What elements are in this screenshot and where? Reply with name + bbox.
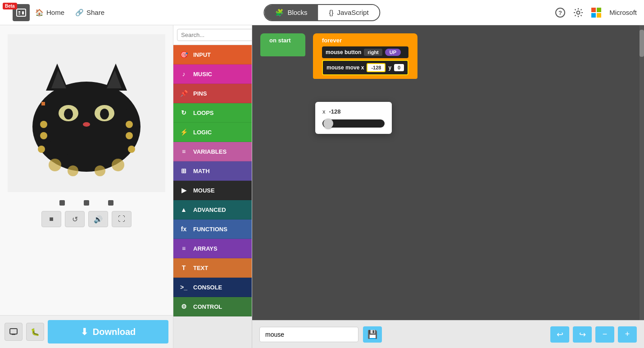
block-on-start[interactable]: on start — [260, 33, 305, 56]
mouse-button-label: mouse button — [326, 49, 361, 55]
zoom-out-icon: − — [603, 330, 608, 339]
category-item-mouse[interactable]: ▶ MOUSE — [173, 181, 252, 200]
slider-thumb[interactable] — [323, 119, 333, 128]
cat-avatar — [19, 46, 154, 181]
svg-point-15 — [64, 109, 73, 119]
category-label-logic: LOGIC — [193, 129, 212, 136]
home-label: Home — [46, 9, 64, 16]
redo-button[interactable]: ↪ — [573, 326, 592, 343]
sim-dot-3 — [108, 200, 113, 206]
category-icon-loops: ↻ — [179, 108, 189, 118]
sim-dots — [59, 200, 113, 206]
category-label-text: TEXT — [193, 265, 208, 271]
canvas-actions: ↩ ↪ − + — [550, 326, 637, 343]
slider-x-label: x — [322, 108, 326, 115]
save-button[interactable]: 💾 — [363, 326, 382, 343]
blocks-tab[interactable]: 🧩 Blocks — [264, 5, 318, 20]
svg-rect-1 — [18, 11, 20, 13]
microsoft-logo — [591, 8, 601, 18]
pair-button[interactable] — [5, 323, 23, 341]
navbar: Beta 🏠 Home 🔗 Share 🧩 Blocks {} JavaScri… — [0, 0, 644, 25]
category-item-variables[interactable]: ≡ VARIABLES — [173, 142, 252, 161]
right-badge: right — [364, 49, 382, 56]
sim-dot-2 — [84, 200, 89, 206]
download-button[interactable]: ⬇ Download — [48, 320, 168, 343]
category-item-logic[interactable]: ⚡ LOGIC — [173, 123, 252, 142]
simulator-panel: ■ ↺ 🔊 ⛶ 🐛 ⬇ Download — [0, 25, 173, 348]
category-item-advanced[interactable]: ▲ ADVANCED — [173, 200, 252, 220]
category-item-math[interactable]: ⊞ MATH — [173, 161, 252, 181]
search-input[interactable] — [177, 29, 252, 41]
category-item-text[interactable]: T TEXT — [173, 258, 252, 278]
category-icon-advanced: ▲ — [179, 205, 189, 215]
slider-track[interactable] — [322, 119, 385, 128]
category-icon-variables: ≡ — [179, 147, 189, 156]
share-label: Share — [86, 9, 104, 16]
sim-dot-1 — [59, 200, 65, 206]
category-icon-pins: 📌 — [179, 88, 189, 98]
category-item-pins[interactable]: 📌 PINS — [173, 84, 252, 103]
redo-icon: ↪ — [579, 330, 586, 339]
y-value-badge[interactable]: 0 — [394, 64, 404, 71]
category-item-music[interactable]: ♪ MUSIC — [173, 64, 252, 84]
zoom-out-button[interactable]: − — [595, 326, 614, 343]
category-item-input[interactable]: 🎯 INPUT — [173, 45, 252, 64]
svg-point-16 — [100, 109, 109, 119]
category-item-functions[interactable]: fx FUNCTIONS — [173, 220, 252, 239]
sound-button[interactable]: 🔊 — [88, 211, 108, 227]
main-area: ■ ↺ 🔊 ⛶ 🐛 ⬇ Download 🔍 — [0, 25, 644, 348]
category-label-music: MUSIC — [193, 71, 212, 78]
filename-input[interactable] — [259, 327, 358, 342]
svg-point-27 — [112, 159, 124, 171]
x-value-badge[interactable]: -128 — [367, 63, 385, 72]
settings-button[interactable] — [573, 8, 583, 18]
share-nav[interactable]: 🔗 Share — [70, 6, 110, 19]
block-forever[interactable]: forever mouse button right UP mouse move… — [313, 33, 417, 79]
y-label: y — [388, 64, 391, 71]
home-icon: 🏠 — [35, 9, 44, 17]
download-icon: ⬇ — [81, 326, 88, 337]
scrollbar[interactable] — [639, 25, 644, 320]
zoom-in-button[interactable]: + — [618, 326, 637, 343]
svg-point-22 — [40, 121, 47, 128]
beta-badge: Beta — [3, 3, 17, 9]
category-item-console[interactable]: >_ CONSOLE — [173, 278, 252, 297]
download-label: Download — [93, 327, 136, 337]
svg-point-26 — [95, 165, 105, 176]
stop-button[interactable]: ■ — [41, 211, 61, 227]
help-button[interactable]: ? — [555, 8, 565, 18]
bug-button[interactable]: 🐛 — [26, 323, 44, 341]
mouse-move-block[interactable]: mouse move x -128 y 0 — [322, 60, 408, 75]
category-item-loops[interactable]: ↻ LOOPS — [173, 103, 252, 123]
sim-controls: ■ ↺ 🔊 ⛶ — [41, 211, 132, 227]
slider-popup: x -128 — [315, 102, 392, 134]
svg-point-17 — [83, 122, 90, 127]
category-icon-control: ⚙ — [179, 302, 189, 311]
mouse-button-block[interactable]: mouse button right UP — [322, 46, 408, 58]
fullscreen-button[interactable]: ⛶ — [112, 211, 132, 227]
category-item-arrays[interactable]: ≡ ARRAYS — [173, 239, 252, 258]
javascript-tab[interactable]: {} JavaScript — [318, 5, 380, 20]
on-start-label: on start — [269, 37, 291, 44]
undo-button[interactable]: ↩ — [550, 326, 569, 343]
canvas-area[interactable]: on start forever mouse button right UP m… — [252, 25, 644, 348]
category-item-control[interactable]: ⚙ CONTROL — [173, 297, 252, 316]
svg-point-25 — [68, 165, 78, 176]
svg-point-18 — [40, 132, 47, 139]
reset-button[interactable]: ↺ — [65, 211, 85, 227]
category-label-mouse: MOUSE — [193, 187, 215, 194]
share-icon: 🔗 — [75, 9, 84, 17]
undo-icon: ↩ — [557, 330, 563, 339]
category-icon-music: ♪ — [179, 69, 189, 79]
category-icon-console: >_ — [179, 282, 189, 292]
category-label-input: INPUT — [193, 51, 211, 58]
scrollbar-thumb[interactable] — [639, 30, 644, 57]
category-icon-input: 🎯 — [179, 50, 189, 60]
svg-point-21 — [128, 146, 135, 153]
microsoft-label: Microsoft — [609, 9, 637, 16]
toolbox: 🔍 🎯 INPUT ♪ MUSIC 📌 PINS ↻ LOOPS ⚡ LOGIC… — [173, 25, 252, 348]
svg-rect-28 — [41, 102, 45, 105]
category-label-advanced: ADVANCED — [193, 206, 226, 213]
category-label-variables: VARIABLES — [193, 148, 227, 155]
home-nav[interactable]: 🏠 Home — [30, 6, 70, 19]
